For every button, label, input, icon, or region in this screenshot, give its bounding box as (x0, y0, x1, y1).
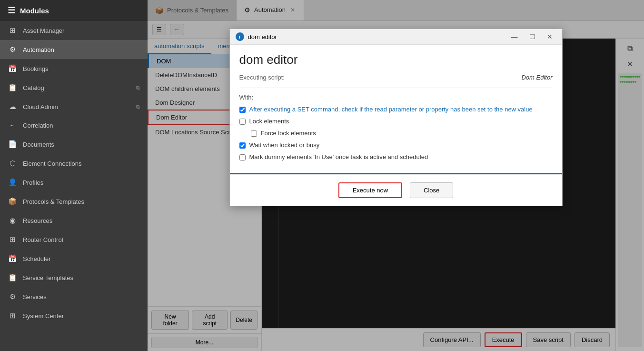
sidebar-icon-services: ⚙ (8, 292, 17, 301)
sidebar-items-container: ⊞ Asset Manager ⚙ Automation 📅 Bookings … (0, 21, 148, 325)
sidebar-icon-service-templates: 📋 (8, 273, 17, 282)
modal-titlebar: i dom editor — ☐ ✕ (230, 29, 562, 45)
modal-overlay[interactable]: i dom editor — ☐ ✕ dom editor Executing … (148, 0, 644, 351)
checkbox-3-label[interactable]: Force lock elements (261, 130, 316, 137)
divider (239, 88, 553, 88)
sidebar-icon-element-connections: ⬡ (8, 159, 17, 168)
sidebar-label-cloud-admin: Cloud Admin (23, 103, 58, 110)
sidebar-item-asset-manager[interactable]: ⊞ Asset Manager (0, 21, 148, 40)
checkbox-2[interactable] (239, 119, 246, 125)
external-icon-cloud-admin: ⧉ (136, 104, 140, 110)
sidebar-item-correlation[interactable]: ~ Correlation (0, 116, 148, 135)
modal-footer: Execute now Close (230, 174, 562, 206)
main-area: 📦 Protocols & Templates ⚙ Automation ✕ ☰… (148, 0, 644, 351)
sidebar-item-services[interactable]: ⚙ Services (0, 287, 148, 306)
sidebar-icon-cloud-admin: ☁ (8, 102, 17, 111)
external-icon-catalog: ⧉ (136, 85, 140, 91)
sidebar-item-documents[interactable]: 📄 Documents (0, 135, 148, 154)
checkbox-4[interactable] (239, 142, 246, 149)
sidebar-label-asset-manager: Asset Manager (23, 27, 64, 34)
sidebar-label-protocols-templates: Protocols & Templates (23, 198, 84, 205)
sidebar-label-profiles: Profiles (23, 179, 43, 186)
modal-titlebar-text: dom editor (248, 33, 504, 40)
sidebar-label-resources: Resources (23, 217, 52, 224)
modal-body: dom editor Executing script: Dom Editor … (230, 45, 562, 173)
modal-dialog: i dom editor — ☐ ✕ dom editor Executing … (229, 29, 563, 206)
modal-title-large: dom editor (239, 52, 553, 67)
sidebar-label-system-center: System Center (23, 312, 64, 320)
modal-with-label: With: (239, 94, 553, 101)
checkbox-row-5: Mark dummy elements 'In Use' once task i… (239, 153, 553, 160)
executing-script-name: Dom Editor (521, 74, 552, 81)
sidebar-icon-automation: ⚙ (8, 45, 17, 54)
sidebar-label-automation: Automation (23, 46, 54, 53)
sidebar-title: Modules (20, 7, 49, 15)
sidebar-label-element-connections: Element Connections (23, 160, 82, 167)
sidebar-icon-protocols-templates: 📦 (8, 197, 17, 206)
hamburger-icon[interactable]: ☰ (8, 5, 15, 16)
sidebar-item-scheduler[interactable]: 📅 Scheduler (0, 249, 148, 268)
sidebar-icon-router-control: ⊞ (8, 235, 17, 244)
sidebar-item-catalog[interactable]: 📋 Catalog ⧉ (0, 78, 148, 97)
sidebar-item-router-control[interactable]: ⊞ Router Control (0, 230, 148, 249)
sidebar-icon-resources: ◉ (8, 216, 17, 225)
sidebar-label-router-control: Router Control (23, 236, 63, 243)
sidebar-label-catalog: Catalog (23, 84, 44, 91)
modal-info-icon: i (236, 32, 244, 41)
checkbox-1[interactable] (239, 107, 246, 113)
modal-minimize-btn[interactable]: — (507, 32, 522, 41)
modal-executing-row: Executing script: Dom Editor (239, 74, 553, 81)
sidebar-item-cloud-admin[interactable]: ☁ Cloud Admin ⧉ (0, 97, 148, 116)
sidebar-item-resources[interactable]: ◉ Resources (0, 211, 148, 230)
sidebar-item-automation[interactable]: ⚙ Automation (0, 40, 148, 59)
checkbox-5-label[interactable]: Mark dummy elements 'In Use' once task i… (249, 153, 428, 160)
sidebar-label-correlation: Correlation (23, 122, 53, 129)
sidebar-label-service-templates: Service Templates (23, 274, 73, 281)
sidebar-icon-profiles: 👤 (8, 178, 17, 187)
modal-close-footer-btn[interactable]: Close (410, 182, 453, 198)
sidebar-header: ☰ Modules (0, 0, 148, 21)
executing-label: Executing script: (239, 74, 285, 81)
sidebar-icon-catalog: 📋 (8, 83, 17, 92)
modal-maximize-btn[interactable]: ☐ (525, 32, 539, 41)
checkbox-1-label[interactable]: After executing a SET command, check if … (249, 106, 533, 113)
sidebar-item-element-connections[interactable]: ⬡ Element Connections (0, 154, 148, 173)
sidebar: ☰ Modules ⊞ Asset Manager ⚙ Automation 📅… (0, 0, 148, 351)
sidebar-item-profiles[interactable]: 👤 Profiles (0, 173, 148, 192)
execute-now-btn[interactable]: Execute now (338, 182, 402, 198)
sidebar-icon-correlation: ~ (8, 121, 17, 130)
sidebar-item-bookings[interactable]: 📅 Bookings (0, 59, 148, 78)
checkbox-row-3: Force lock elements (251, 130, 553, 137)
checkbox-5[interactable] (239, 154, 246, 160)
sidebar-item-protocols-templates[interactable]: 📦 Protocols & Templates (0, 192, 148, 211)
checkbox-3[interactable] (251, 130, 257, 137)
sidebar-icon-system-center: ⊞ (8, 311, 17, 320)
checkbox-row-2: Lock elements (239, 118, 553, 125)
sidebar-label-scheduler: Scheduler (23, 255, 51, 262)
sidebar-icon-asset-manager: ⊞ (8, 26, 17, 35)
sidebar-label-documents: Documents (23, 141, 54, 148)
sidebar-label-services: Services (23, 293, 47, 301)
sidebar-item-service-templates[interactable]: 📋 Service Templates (0, 268, 148, 287)
checkbox-2-label[interactable]: Lock elements (249, 118, 289, 125)
sidebar-label-bookings: Bookings (23, 65, 48, 72)
checkbox-row-4: Wait when locked or busy (239, 141, 553, 149)
checkbox-row-1: After executing a SET command, check if … (239, 106, 553, 113)
checkbox-4-label[interactable]: Wait when locked or busy (249, 141, 320, 149)
sidebar-icon-documents: 📄 (8, 140, 17, 149)
sidebar-icon-scheduler: 📅 (8, 254, 17, 263)
sidebar-item-system-center[interactable]: ⊞ System Center (0, 306, 148, 325)
sidebar-icon-bookings: 📅 (8, 64, 17, 73)
modal-close-btn[interactable]: ✕ (543, 32, 556, 41)
